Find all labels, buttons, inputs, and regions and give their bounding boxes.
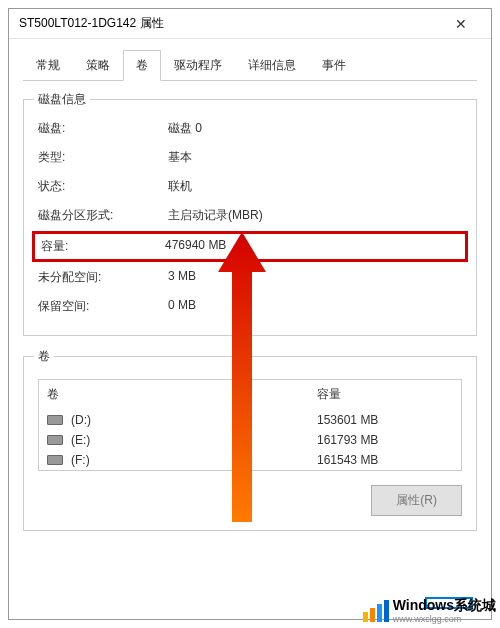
volume-capacity: 161793 MB — [317, 433, 453, 447]
row-capacity-highlighted: 容量: 476940 MB — [32, 231, 468, 262]
volume-name: (E:) — [71, 433, 90, 447]
properties-window: ST500LT012-1DG142 属性 ✕ 常规 策略 卷 驱动程序 详细信息… — [8, 8, 492, 620]
volume-row[interactable]: (E:) 161793 MB — [39, 430, 461, 450]
volume-capacity: 161543 MB — [317, 453, 453, 467]
row-status: 状态: 联机 — [38, 172, 462, 201]
tab-driver[interactable]: 驱动程序 — [161, 50, 235, 81]
label-reserved: 保留空间: — [38, 298, 168, 315]
volumes-header: 卷 容量 — [39, 380, 461, 410]
header-capacity: 容量 — [317, 386, 453, 403]
volume-row[interactable]: (D:) 153601 MB — [39, 410, 461, 430]
disk-info-legend: 磁盘信息 — [34, 91, 90, 108]
volume-name: (F:) — [71, 453, 90, 467]
watermark: Windows系统城 www.wxclgg.com — [363, 597, 496, 624]
header-volume: 卷 — [47, 386, 317, 403]
drive-icon — [47, 455, 63, 465]
value-disk: 磁盘 0 — [168, 120, 462, 137]
value-capacity: 476940 MB — [165, 238, 459, 255]
close-button[interactable]: ✕ — [441, 9, 481, 39]
tab-general[interactable]: 常规 — [23, 50, 73, 81]
watermark-logo-icon — [363, 600, 389, 622]
label-disk: 磁盘: — [38, 120, 168, 137]
volumes-legend: 卷 — [34, 348, 54, 365]
tab-policies[interactable]: 策略 — [73, 50, 123, 81]
tab-volumes[interactable]: 卷 — [123, 50, 161, 81]
row-type: 类型: 基本 — [38, 143, 462, 172]
label-capacity: 容量: — [41, 238, 165, 255]
value-unallocated: 3 MB — [168, 269, 462, 286]
volumes-button-row: 属性(R) — [38, 485, 462, 516]
label-status: 状态: — [38, 178, 168, 195]
titlebar: ST500LT012-1DG142 属性 ✕ — [9, 9, 491, 39]
close-icon: ✕ — [455, 16, 467, 32]
row-disk: 磁盘: 磁盘 0 — [38, 114, 462, 143]
row-unallocated: 未分配空间: 3 MB — [38, 263, 462, 292]
properties-button[interactable]: 属性(R) — [371, 485, 462, 516]
volume-name: (D:) — [71, 413, 91, 427]
row-partition: 磁盘分区形式: 主启动记录(MBR) — [38, 201, 462, 230]
row-reserved: 保留空间: 0 MB — [38, 292, 462, 321]
tab-events[interactable]: 事件 — [309, 50, 359, 81]
tab-strip: 常规 策略 卷 驱动程序 详细信息 事件 — [23, 49, 477, 81]
value-type: 基本 — [168, 149, 462, 166]
content-area: 常规 策略 卷 驱动程序 详细信息 事件 磁盘信息 磁盘: 磁盘 0 类型: 基… — [9, 39, 491, 545]
volumes-list: 卷 容量 (D:) 153601 MB (E:) 161793 MB — [38, 379, 462, 471]
drive-icon — [47, 435, 63, 445]
tab-details[interactable]: 详细信息 — [235, 50, 309, 81]
volume-capacity: 153601 MB — [317, 413, 453, 427]
disk-info-group: 磁盘信息 磁盘: 磁盘 0 类型: 基本 状态: 联机 磁盘分区形式: 主启动记… — [23, 99, 477, 336]
watermark-sub: www.wxclgg.com — [393, 615, 496, 624]
label-unallocated: 未分配空间: — [38, 269, 168, 286]
value-reserved: 0 MB — [168, 298, 462, 315]
window-title: ST500LT012-1DG142 属性 — [19, 15, 441, 32]
volume-row[interactable]: (F:) 161543 MB — [39, 450, 461, 470]
label-partition: 磁盘分区形式: — [38, 207, 168, 224]
label-type: 类型: — [38, 149, 168, 166]
value-status: 联机 — [168, 178, 462, 195]
value-partition: 主启动记录(MBR) — [168, 207, 462, 224]
drive-icon — [47, 415, 63, 425]
watermark-text: Windows系统城 — [393, 597, 496, 613]
volumes-group: 卷 卷 容量 (D:) 153601 MB (E:) — [23, 356, 477, 531]
